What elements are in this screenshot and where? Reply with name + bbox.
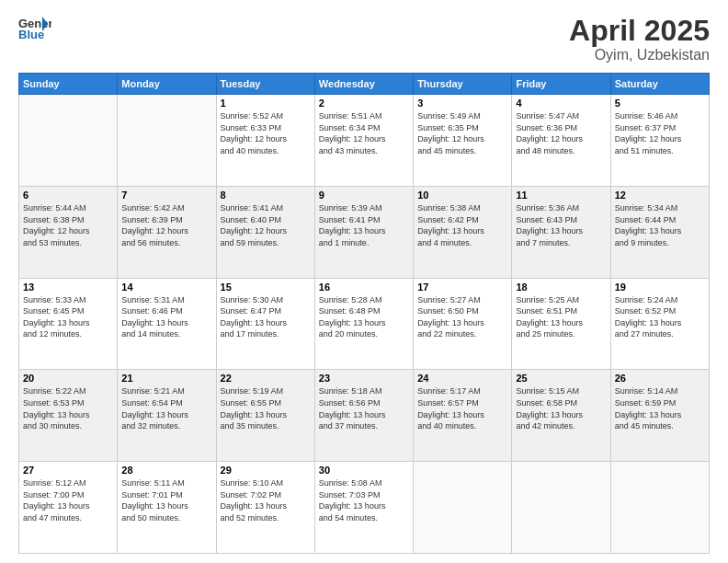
month-title: April 2025 xyxy=(569,15,710,47)
day-info: Sunrise: 5:24 AM Sunset: 6:52 PM Dayligh… xyxy=(615,294,705,340)
table-row: 7Sunrise: 5:42 AM Sunset: 6:39 PM Daylig… xyxy=(118,186,216,278)
location: Oyim, Uzbekistan xyxy=(569,47,710,63)
day-info: Sunrise: 5:17 AM Sunset: 6:57 PM Dayligh… xyxy=(417,385,507,431)
day-info: Sunrise: 5:27 AM Sunset: 6:50 PM Dayligh… xyxy=(417,294,507,340)
table-row xyxy=(512,462,610,554)
table-row: 16Sunrise: 5:28 AM Sunset: 6:48 PM Dayli… xyxy=(314,278,413,370)
day-info: Sunrise: 5:47 AM Sunset: 6:36 PM Dayligh… xyxy=(516,110,606,156)
day-number: 29 xyxy=(221,465,311,476)
day-info: Sunrise: 5:30 AM Sunset: 6:47 PM Dayligh… xyxy=(221,294,311,340)
day-info: Sunrise: 5:15 AM Sunset: 6:58 PM Dayligh… xyxy=(516,385,606,431)
day-number: 2 xyxy=(319,98,409,109)
table-row: 8Sunrise: 5:41 AM Sunset: 6:40 PM Daylig… xyxy=(216,186,314,278)
col-thursday: Thursday xyxy=(414,74,512,95)
calendar-table: Sunday Monday Tuesday Wednesday Thursday… xyxy=(18,73,710,554)
table-row: 15Sunrise: 5:30 AM Sunset: 6:47 PM Dayli… xyxy=(216,278,314,370)
day-info: Sunrise: 5:44 AM Sunset: 6:38 PM Dayligh… xyxy=(23,202,113,248)
day-number: 24 xyxy=(417,373,507,384)
col-monday: Monday xyxy=(118,74,216,95)
day-number: 23 xyxy=(319,373,409,384)
day-info: Sunrise: 5:38 AM Sunset: 6:42 PM Dayligh… xyxy=(417,202,507,248)
day-info: Sunrise: 5:28 AM Sunset: 6:48 PM Dayligh… xyxy=(319,294,409,340)
day-info: Sunrise: 5:41 AM Sunset: 6:40 PM Dayligh… xyxy=(221,202,311,248)
day-number: 17 xyxy=(417,282,507,293)
day-info: Sunrise: 5:12 AM Sunset: 7:00 PM Dayligh… xyxy=(23,477,113,523)
table-row: 24Sunrise: 5:17 AM Sunset: 6:57 PM Dayli… xyxy=(414,370,512,462)
day-number: 12 xyxy=(615,190,705,201)
table-row: 18Sunrise: 5:25 AM Sunset: 6:51 PM Dayli… xyxy=(512,278,610,370)
day-info: Sunrise: 5:11 AM Sunset: 7:01 PM Dayligh… xyxy=(121,477,211,523)
day-number: 21 xyxy=(121,373,211,384)
calendar-week-row: 20Sunrise: 5:22 AM Sunset: 6:53 PM Dayli… xyxy=(19,370,710,462)
table-row: 3Sunrise: 5:49 AM Sunset: 6:35 PM Daylig… xyxy=(414,95,512,187)
day-number: 13 xyxy=(23,282,113,293)
table-row xyxy=(19,95,118,187)
table-row: 10Sunrise: 5:38 AM Sunset: 6:42 PM Dayli… xyxy=(414,186,512,278)
header: General Blue April 2025 Oyim, Uzbekistan xyxy=(18,15,710,63)
table-row: 22Sunrise: 5:19 AM Sunset: 6:55 PM Dayli… xyxy=(216,370,314,462)
table-row: 28Sunrise: 5:11 AM Sunset: 7:01 PM Dayli… xyxy=(118,462,216,554)
table-row xyxy=(610,462,709,554)
day-number: 14 xyxy=(121,282,211,293)
day-info: Sunrise: 5:08 AM Sunset: 7:03 PM Dayligh… xyxy=(319,477,409,523)
day-info: Sunrise: 5:49 AM Sunset: 6:35 PM Dayligh… xyxy=(417,110,507,156)
day-number: 26 xyxy=(615,373,705,384)
day-number: 22 xyxy=(221,373,311,384)
table-row: 19Sunrise: 5:24 AM Sunset: 6:52 PM Dayli… xyxy=(610,278,709,370)
day-info: Sunrise: 5:31 AM Sunset: 6:46 PM Dayligh… xyxy=(121,294,211,340)
logo: General Blue xyxy=(18,15,51,42)
table-row: 20Sunrise: 5:22 AM Sunset: 6:53 PM Dayli… xyxy=(19,370,118,462)
day-number: 25 xyxy=(516,373,606,384)
table-row: 9Sunrise: 5:39 AM Sunset: 6:41 PM Daylig… xyxy=(314,186,413,278)
day-number: 20 xyxy=(23,373,113,384)
col-saturday: Saturday xyxy=(610,74,709,95)
table-row: 1Sunrise: 5:52 AM Sunset: 6:33 PM Daylig… xyxy=(216,95,314,187)
table-row: 25Sunrise: 5:15 AM Sunset: 6:58 PM Dayli… xyxy=(512,370,610,462)
day-number: 3 xyxy=(417,98,507,109)
table-row: 14Sunrise: 5:31 AM Sunset: 6:46 PM Dayli… xyxy=(118,278,216,370)
table-row: 29Sunrise: 5:10 AM Sunset: 7:02 PM Dayli… xyxy=(216,462,314,554)
day-info: Sunrise: 5:46 AM Sunset: 6:37 PM Dayligh… xyxy=(615,110,705,156)
col-wednesday: Wednesday xyxy=(314,74,413,95)
table-row xyxy=(118,95,216,187)
day-info: Sunrise: 5:25 AM Sunset: 6:51 PM Dayligh… xyxy=(516,294,606,340)
table-row: 21Sunrise: 5:21 AM Sunset: 6:54 PM Dayli… xyxy=(118,370,216,462)
day-info: Sunrise: 5:34 AM Sunset: 6:44 PM Dayligh… xyxy=(615,202,705,248)
day-number: 30 xyxy=(319,465,409,476)
logo-icon: General Blue xyxy=(18,15,51,42)
day-number: 27 xyxy=(23,465,113,476)
table-row: 2Sunrise: 5:51 AM Sunset: 6:34 PM Daylig… xyxy=(314,95,413,187)
calendar-week-row: 27Sunrise: 5:12 AM Sunset: 7:00 PM Dayli… xyxy=(19,462,710,554)
day-number: 18 xyxy=(516,282,606,293)
day-info: Sunrise: 5:42 AM Sunset: 6:39 PM Dayligh… xyxy=(121,202,211,248)
day-number: 8 xyxy=(221,190,311,201)
day-number: 5 xyxy=(615,98,705,109)
col-sunday: Sunday xyxy=(19,74,118,95)
day-number: 16 xyxy=(319,282,409,293)
day-number: 7 xyxy=(121,190,211,201)
col-friday: Friday xyxy=(512,74,610,95)
day-info: Sunrise: 5:36 AM Sunset: 6:43 PM Dayligh… xyxy=(516,202,606,248)
table-row: 26Sunrise: 5:14 AM Sunset: 6:59 PM Dayli… xyxy=(610,370,709,462)
table-row xyxy=(414,462,512,554)
table-row: 5Sunrise: 5:46 AM Sunset: 6:37 PM Daylig… xyxy=(610,95,709,187)
day-number: 19 xyxy=(615,282,705,293)
calendar-week-row: 1Sunrise: 5:52 AM Sunset: 6:33 PM Daylig… xyxy=(19,95,710,187)
table-row: 4Sunrise: 5:47 AM Sunset: 6:36 PM Daylig… xyxy=(512,95,610,187)
title-section: April 2025 Oyim, Uzbekistan xyxy=(569,15,710,63)
table-row: 13Sunrise: 5:33 AM Sunset: 6:45 PM Dayli… xyxy=(19,278,118,370)
table-row: 12Sunrise: 5:34 AM Sunset: 6:44 PM Dayli… xyxy=(610,186,709,278)
day-info: Sunrise: 5:22 AM Sunset: 6:53 PM Dayligh… xyxy=(23,385,113,431)
day-number: 10 xyxy=(417,190,507,201)
table-row: 17Sunrise: 5:27 AM Sunset: 6:50 PM Dayli… xyxy=(414,278,512,370)
table-row: 27Sunrise: 5:12 AM Sunset: 7:00 PM Dayli… xyxy=(19,462,118,554)
day-number: 1 xyxy=(221,98,311,109)
day-number: 15 xyxy=(221,282,311,293)
day-number: 4 xyxy=(516,98,606,109)
table-row: 6Sunrise: 5:44 AM Sunset: 6:38 PM Daylig… xyxy=(19,186,118,278)
calendar-week-row: 13Sunrise: 5:33 AM Sunset: 6:45 PM Dayli… xyxy=(19,278,710,370)
table-row: 30Sunrise: 5:08 AM Sunset: 7:03 PM Dayli… xyxy=(314,462,413,554)
page: General Blue April 2025 Oyim, Uzbekistan… xyxy=(0,0,728,563)
day-info: Sunrise: 5:21 AM Sunset: 6:54 PM Dayligh… xyxy=(121,385,211,431)
day-info: Sunrise: 5:39 AM Sunset: 6:41 PM Dayligh… xyxy=(319,202,409,248)
